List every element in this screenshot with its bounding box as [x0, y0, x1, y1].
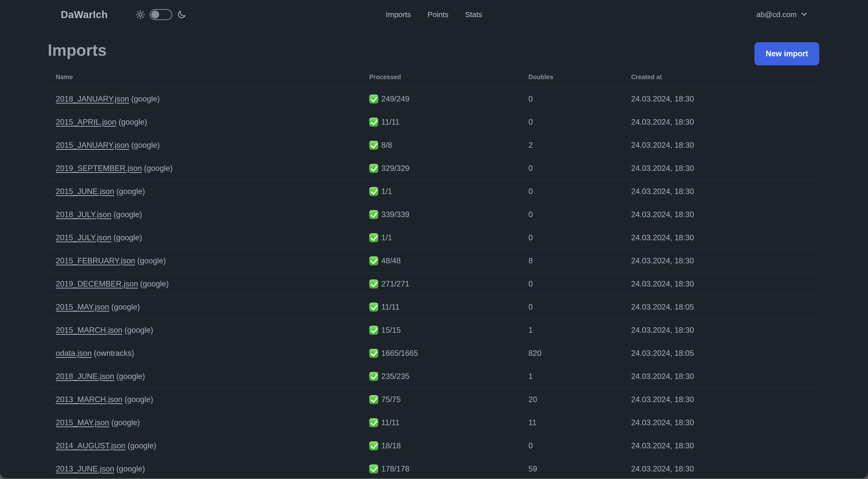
processed-cell: 1665/1665: [361, 349, 520, 358]
theme-toggle[interactable]: [150, 9, 172, 20]
import-file-link[interactable]: 2013_JUNE.json: [56, 465, 114, 473]
table-row: 2018_JULY.json (google) 339/339 0 24.03.…: [48, 203, 820, 227]
table-row: 2015_MAY.json (google) 11/11 0 24.03.202…: [48, 296, 820, 319]
name-cell: 2014_AUGUST.json (google): [48, 441, 361, 450]
import-file-link[interactable]: 2018_JULY.json: [56, 210, 111, 219]
processed-cell: 11/11: [361, 418, 520, 427]
created-at-cell: 24.03.2024, 18:30: [623, 256, 820, 265]
doubles-cell: 0: [520, 233, 623, 242]
processed-count: 48/48: [381, 256, 401, 265]
import-file-link[interactable]: 2015_APRIL.json: [56, 118, 116, 126]
table-row: 2019_DECEMBER.json (google) 271/271 0 24…: [48, 273, 820, 296]
processed-cell: 75/75: [361, 395, 520, 404]
created-at-cell: 24.03.2024, 18:30: [623, 233, 820, 242]
new-import-button[interactable]: New import: [754, 42, 819, 65]
import-file-link[interactable]: odata.json: [56, 349, 92, 358]
created-at-cell: 24.03.2024, 18:05: [623, 303, 820, 311]
table-row: 2013_JUNE.json (google) 178/178 59 24.03…: [48, 458, 820, 478]
processed-cell: 339/339: [361, 210, 520, 219]
check-icon: [369, 279, 378, 289]
check-icon: [369, 418, 378, 427]
nav-link-stats[interactable]: Stats: [465, 10, 482, 19]
import-file-link[interactable]: 2015_MAY.json: [56, 418, 109, 427]
processed-count: 75/75: [381, 395, 401, 404]
doubles-cell: 0: [520, 441, 623, 450]
processed-count: 11/11: [381, 303, 400, 311]
import-file-link[interactable]: 2015_MARCH.json: [56, 326, 122, 334]
table-row: 2014_AUGUST.json (google) 18/18 0 24.03.…: [48, 435, 820, 458]
import-source: (owntracks): [94, 349, 134, 358]
table-row: 2015_FEBRUARY.json (google) 48/48 8 24.0…: [48, 249, 820, 273]
created-at-cell: 24.03.2024, 18:30: [623, 94, 820, 103]
created-at-cell: 24.03.2024, 18:30: [623, 141, 820, 150]
import-file-link[interactable]: 2019_SEPTEMBER.json: [56, 164, 142, 173]
processed-count: 8/8: [381, 141, 392, 150]
column-header-doubles: Doubles: [520, 73, 623, 81]
import-file-link[interactable]: 2019_DECEMBER.json: [56, 279, 138, 288]
created-at-cell: 24.03.2024, 18:30: [623, 372, 820, 381]
created-at-cell: 24.03.2024, 18:30: [623, 118, 820, 127]
import-source: (google): [128, 441, 156, 450]
import-source: (google): [116, 187, 145, 196]
column-header-created-at: Created at: [623, 73, 820, 81]
processed-count: 1/1: [381, 233, 392, 242]
import-source: (google): [131, 141, 160, 150]
doubles-cell: 1: [520, 326, 623, 335]
processed-cell: 11/11: [361, 118, 520, 127]
processed-count: 339/339: [381, 210, 409, 219]
processed-cell: 178/178: [361, 465, 520, 474]
created-at-cell: 24.03.2024, 18:30: [623, 441, 820, 450]
import-file-link[interactable]: 2013_MARCH.json: [56, 395, 122, 404]
doubles-cell: 0: [520, 303, 623, 311]
check-icon: [369, 118, 378, 127]
import-source: (google): [111, 303, 140, 311]
processed-cell: 11/11: [361, 303, 520, 311]
table-row: 2018_JUNE.json (google) 235/235 1 24.03.…: [48, 365, 820, 388]
table-row: 2015_JUNE.json (google) 1/1 0 24.03.2024…: [48, 180, 820, 203]
created-at-cell: 24.03.2024, 18:30: [623, 164, 820, 173]
processed-cell: 48/48: [361, 256, 520, 265]
name-cell: 2015_JUNE.json (google): [48, 187, 361, 196]
import-file-link[interactable]: 2014_AUGUST.json: [56, 441, 125, 450]
check-icon: [369, 349, 378, 358]
import-file-link[interactable]: 2018_JUNE.json: [56, 372, 114, 381]
import-source: (google): [125, 326, 153, 334]
import-file-link[interactable]: 2015_JANUARY.json: [56, 141, 129, 150]
created-at-cell: 24.03.2024, 18:30: [623, 187, 820, 196]
check-icon: [369, 256, 378, 265]
import-file-link[interactable]: 2015_JUNE.json: [56, 187, 114, 196]
app-logo[interactable]: DaWarIch: [61, 0, 108, 29]
import-source: (google): [125, 395, 153, 404]
import-file-link[interactable]: 2018_JANUARY.json: [56, 94, 129, 103]
doubles-cell: 0: [520, 164, 623, 173]
name-cell: 2015_MAY.json (google): [48, 303, 361, 311]
name-cell: 2019_SEPTEMBER.json (google): [48, 164, 361, 173]
processed-count: 11/11: [381, 418, 400, 427]
doubles-cell: 0: [520, 187, 623, 196]
user-menu[interactable]: ab@cd.com: [756, 0, 808, 29]
page-title: Imports: [48, 42, 107, 58]
import-file-link[interactable]: 2015_MAY.json: [56, 303, 109, 311]
nav-link-points[interactable]: Points: [428, 10, 448, 19]
table-row: 2013_MARCH.json (google) 75/75 20 24.03.…: [48, 388, 820, 411]
import-file-link[interactable]: 2015_JULY.json: [56, 233, 111, 242]
table-body: 2018_JANUARY.json (google) 249/249 0 24.…: [48, 88, 820, 478]
import-file-link[interactable]: 2015_FEBRUARY.json: [56, 256, 135, 265]
table-row: 2015_JANUARY.json (google) 8/8 2 24.03.2…: [48, 134, 820, 157]
name-cell: 2013_MARCH.json (google): [48, 395, 361, 404]
check-icon: [369, 233, 378, 242]
name-cell: 2018_JANUARY.json (google): [48, 94, 361, 103]
import-source: (google): [119, 118, 147, 126]
name-cell: 2015_MAY.json (google): [48, 418, 361, 427]
doubles-cell: 820: [520, 349, 623, 358]
import-source: (google): [116, 372, 145, 381]
name-cell: 2013_JUNE.json (google): [48, 465, 361, 474]
table-row: 2019_SEPTEMBER.json (google) 329/329 0 2…: [48, 157, 820, 180]
processed-cell: 329/329: [361, 164, 520, 173]
processed-cell: 249/249: [361, 94, 520, 103]
processed-cell: 1/1: [361, 233, 520, 242]
import-source: (google): [114, 233, 142, 242]
app-window: DaWarIch: [0, 0, 868, 478]
nav-link-imports[interactable]: Imports: [386, 10, 411, 19]
created-at-cell: 24.03.2024, 18:30: [623, 395, 820, 404]
